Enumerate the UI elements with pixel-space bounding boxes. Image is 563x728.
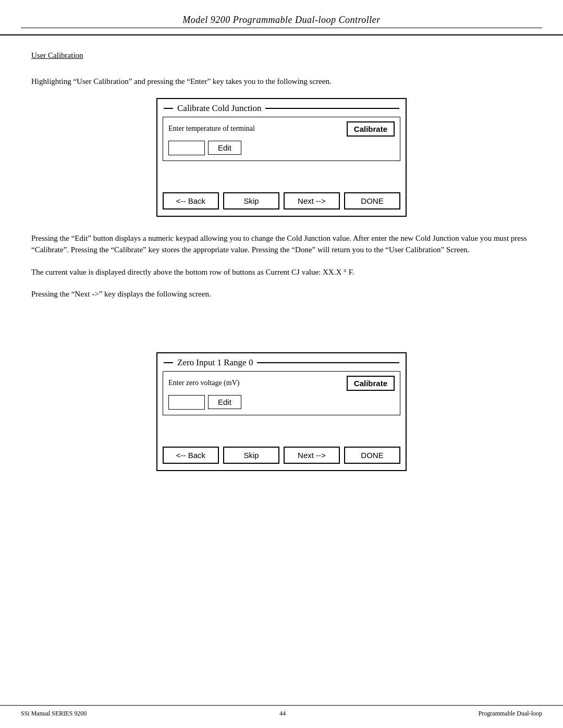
screen1-next-button[interactable]: Next --> (284, 192, 340, 209)
screen2-title: Zero Input 1 Range 0 (177, 357, 253, 368)
screen1-edit-button[interactable]: Edit (208, 141, 241, 155)
header-underline (21, 28, 542, 28)
inter-screen-spacer (31, 311, 532, 352)
footer-right: Programmable Dual-loop (479, 710, 542, 718)
screen2-title-bar: Zero Input 1 Range 0 (157, 353, 406, 371)
header: Model 9200 Programmable Dual-loop Contro… (0, 0, 563, 35)
screen2-input[interactable] (168, 395, 205, 410)
intro-paragraph: Highlighting “User Calibration” and pres… (31, 76, 532, 88)
screen2-label: Enter zero voltage (mV) (168, 379, 239, 387)
screen2-inner: Enter zero voltage (mV) Calibrate Edit (163, 371, 400, 415)
screen2-next-button[interactable]: Next --> (284, 447, 340, 464)
current-value-paragraph: The current value is displayed directly … (31, 266, 532, 278)
screen1-spacer (157, 167, 406, 188)
screen2-back-button[interactable]: <-- Back (163, 447, 219, 464)
screen2-edit-row: Edit (168, 395, 395, 410)
screen1-title-line (265, 108, 399, 109)
screen1-inner: Enter temperature of terminal Calibrate … (163, 117, 400, 161)
screen1-top-row: Enter temperature of terminal Calibrate (168, 121, 395, 137)
screen2-edit-button[interactable]: Edit (208, 395, 241, 409)
screen2-buttons: <-- Back Skip Next --> DONE (157, 442, 406, 470)
screen1-title: Calibrate Cold Junction (177, 103, 261, 114)
calibrate-cold-junction-screen: Calibrate Cold Junction Enter temperatur… (156, 98, 407, 217)
screen2-title-line (257, 362, 399, 363)
screen1-calibrate-button[interactable]: Calibrate (347, 121, 395, 137)
page: Model 9200 Programmable Dual-loop Contro… (0, 0, 563, 728)
content: User Calibration Highlighting “User Cali… (0, 35, 563, 502)
header-title: Model 9200 Programmable Dual-loop Contro… (21, 15, 542, 26)
screen1-input[interactable] (168, 141, 205, 155)
next-info-paragraph: Pressing the “Next ->” key displays the … (31, 288, 532, 300)
edit-info-paragraph: Pressing the “Edit” button displays a nu… (31, 232, 532, 256)
section-heading: User Calibration (31, 51, 532, 60)
zero-input-range-screen: Zero Input 1 Range 0 Enter zero voltage … (156, 352, 407, 471)
screen2-spacer (157, 422, 406, 442)
screen1-title-bar: Calibrate Cold Junction (157, 99, 406, 117)
screen1-skip-button[interactable]: Skip (223, 192, 279, 209)
screen1-back-button[interactable]: <-- Back (163, 192, 219, 209)
screen2-skip-button[interactable]: Skip (223, 447, 279, 464)
screen1-label: Enter temperature of terminal (168, 125, 255, 133)
screen2-done-button[interactable]: DONE (344, 447, 400, 464)
screen1-buttons: <-- Back Skip Next --> DONE (157, 188, 406, 216)
screen1-done-button[interactable]: DONE (344, 192, 400, 209)
screen2-calibrate-button[interactable]: Calibrate (347, 376, 395, 391)
footer-center: 44 (279, 710, 286, 718)
screen2-top-row: Enter zero voltage (mV) Calibrate (168, 376, 395, 391)
screen1-edit-row: Edit (168, 141, 395, 155)
footer-left: SSi Manual SERIES 9200 (21, 710, 87, 718)
footer: SSi Manual SERIES 9200 44 Programmable D… (0, 705, 563, 718)
